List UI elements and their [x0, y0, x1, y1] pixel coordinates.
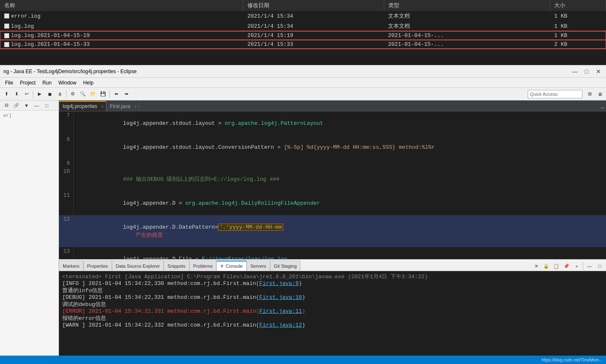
file-explorer: 名称 修改日期 类型 大小 error.log 2021/1/4 15:34 文… — [0, 0, 606, 65]
line-num-10: 10 — [59, 167, 74, 191]
menu-file[interactable]: File — [2, 79, 16, 87]
console-maximize-btn[interactable]: □ — [595, 261, 604, 271]
toolbar-btn-8[interactable]: 🔍 — [78, 90, 88, 99]
console-link-2[interactable]: First.java:10 — [259, 294, 302, 301]
toolbar-btn-11[interactable]: ⬅ — [112, 90, 121, 99]
toolbar-btn-10[interactable]: 💾 — [98, 90, 108, 99]
console-after-4: ) — [302, 322, 306, 328]
file-name: log.log — [11, 23, 34, 29]
line-content-7: log4j.appender.stdout.layout = org.apach… — [74, 111, 606, 135]
file-date: 2021/1/4 15:33 — [243, 40, 384, 49]
line-num-12: 12 — [59, 215, 74, 247]
collapse-btn[interactable]: ⊟ — [2, 101, 11, 110]
eclipse-window: ng - Java EE - TestLog4jDemo/src/log4j.p… — [0, 65, 606, 364]
status-bar: https://blog.csdn.net/TimeMom... — [0, 356, 606, 364]
menu-project[interactable]: Project — [16, 79, 39, 87]
main-area: ⊟ 🔗 ▼ — □ er] log4j.properties ✕ — [0, 100, 606, 356]
close-button[interactable]: ✕ — [594, 67, 603, 76]
console-copy-btn[interactable]: 📋 — [552, 261, 561, 271]
title-bar: ng - Java EE - TestLog4jDemo/src/log4j.p… — [0, 65, 606, 78]
tab-problems[interactable]: Problems — [189, 261, 216, 271]
console-scroll-lock-btn[interactable]: 🔒 — [542, 261, 551, 271]
link-btn[interactable]: 🔗 — [12, 101, 21, 110]
file-type: 2021-01-04-15-... — [384, 31, 550, 40]
left-panel-toolbar: ⊟ 🔗 ▼ — □ — [0, 100, 58, 111]
tab-log4j-properties[interactable]: log4j.properties ✕ — [59, 101, 106, 111]
toolbar-right-icons: ⊞ 🖥 — [585, 90, 604, 99]
code-editor[interactable]: 7 log4j.appender.stdout.layout = org.apa… — [59, 111, 606, 259]
minimize-button[interactable]: — — [571, 67, 579, 76]
menu-help[interactable]: Help — [80, 79, 97, 87]
file-name: log.log.2021-01-04-15-19 — [11, 32, 90, 39]
toolbar-btn-2[interactable]: ⬇ — [12, 90, 21, 99]
maximize-button[interactable]: □ — [582, 67, 591, 76]
col-type: 类型 — [384, 0, 550, 11]
console-line-3: [ERROR] 2021-01-04 15:34:22,331 method:c… — [62, 308, 603, 314]
file-size: 1 KB — [550, 11, 606, 21]
tab-close-icon[interactable]: ✕ — [101, 104, 104, 109]
quick-access-input[interactable]: Quick Access — [528, 90, 582, 98]
tab-servers[interactable]: Servers — [247, 261, 270, 271]
editor-tabs: log4j.properties ✕ First.java ✕ — — [59, 100, 606, 111]
tab-servers-label: Servers — [250, 264, 266, 269]
code-line-12: 12 log4j.appender.D.DatePattern='.'yyyy-… — [59, 215, 606, 247]
minimize-panel-btn[interactable]: — — [32, 101, 41, 110]
editor-minimize-btn[interactable]: — — [601, 104, 606, 111]
tab-close-icon[interactable]: ✕ — [134, 104, 137, 108]
console-link-3[interactable]: First.java:11 — [259, 308, 302, 314]
console-link-1[interactable]: First.java:9 — [259, 280, 299, 287]
toolbar-btn-4[interactable]: ▶ — [35, 90, 44, 99]
package-explorer: er] — [0, 111, 58, 356]
toolbar-btn-9[interactable]: 📁 — [88, 90, 98, 99]
menu-bar: File Project Run Window Help — [0, 78, 606, 88]
console-pin-btn[interactable]: 📌 — [562, 261, 571, 271]
console-link-4[interactable]: First.java:12 — [259, 322, 302, 328]
code-line-10: 10 ### 输出DEBUG 级别以上的日志到=E://logs/log.log… — [59, 167, 606, 191]
tree-item[interactable]: er] — [2, 112, 57, 119]
file-row[interactable]: error.log 2021/1/4 15:34 文本文档 1 KB — [0, 11, 606, 21]
toolbar-btn-7[interactable]: ⚙ — [68, 90, 77, 99]
console-after-1: ) — [299, 280, 302, 287]
tab-problems-label: Problems — [193, 264, 213, 269]
bottom-tabs: Markers Properties Data Source Explorer … — [59, 259, 606, 271]
file-row-highlighted[interactable]: log.log.2021-01-04-15-19 2021/1/4 15:19 … — [0, 31, 606, 40]
bottom-panel: Markers Properties Data Source Explorer … — [59, 259, 606, 356]
perspective-btn[interactable]: ⊞ — [585, 90, 594, 99]
console-clear-btn[interactable]: ✕ — [532, 261, 541, 271]
tab-first-java[interactable]: First.java ✕ — [106, 101, 139, 111]
console-error-text: [ERROR] 2021-01-04 15:34:22,331 method:c… — [62, 308, 259, 314]
tab-console-label: Console — [226, 264, 242, 269]
col-date: 修改日期 — [243, 0, 384, 11]
tab-markers-label: Markers — [63, 264, 80, 269]
console-cn-2: 调试的debug信息 — [62, 301, 603, 308]
status-link[interactable]: https://blog.csdn.net/TimeMom... — [542, 358, 603, 362]
toolbar-btn-6[interactable]: ⏸ — [55, 90, 64, 99]
console-text-2: [DEBUG] 2021-01-04 15:34:22,331 method:c… — [62, 294, 259, 301]
tab-datasource[interactable]: Data Source Explorer — [112, 261, 164, 271]
console-new-btn[interactable]: ＋ — [572, 261, 581, 271]
tab-snippets-label: Snippets — [167, 264, 186, 269]
perspective-btn-2[interactable]: 🖥 — [595, 90, 604, 99]
editor-area: log4j.properties ✕ First.java ✕ — 7 — [59, 100, 606, 259]
tab-console[interactable]: 🖥 Console — [216, 261, 246, 271]
toolbar-btn-12[interactable]: ➡ — [122, 90, 131, 99]
file-row-highlighted[interactable]: log.log.2021-01-04-15-33 2021/1/4 15:33 … — [0, 40, 606, 49]
console-minimize-btn[interactable]: — — [585, 261, 594, 271]
console-icon: 🖥 — [220, 264, 224, 268]
toolbar-sep-1 — [33, 90, 33, 98]
tab-snippets[interactable]: Snippets — [164, 261, 189, 271]
toolbar: ⬆ ⬇ ↩ ▶ ⏹ ⏸ ⚙ 🔍 📁 💾 ⬅ ➡ Quick Access ⊞ 🖥 — [0, 88, 606, 100]
toolbar-btn-1[interactable]: ⬆ — [2, 90, 11, 99]
left-panel-menu-btn[interactable]: ▼ — [22, 101, 31, 110]
toolbar-btn-5[interactable]: ⏹ — [45, 90, 54, 99]
code-line-8: 8 log4j.appender.stdout.layout.Conversio… — [59, 135, 606, 159]
toolbar-btn-3[interactable]: ↩ — [22, 90, 31, 99]
tab-properties[interactable]: Properties — [83, 261, 112, 271]
tab-markers[interactable]: Markers — [59, 261, 83, 271]
console-after-3: ) — [302, 308, 306, 314]
maximize-panel-btn[interactable]: □ — [42, 101, 51, 110]
menu-window[interactable]: Window — [55, 79, 80, 87]
file-row[interactable]: log.log 2021/1/4 15:34 文本文档 1 KB — [0, 21, 606, 31]
tab-git-staging[interactable]: Git Staging — [270, 261, 300, 271]
menu-run[interactable]: Run — [39, 79, 55, 87]
